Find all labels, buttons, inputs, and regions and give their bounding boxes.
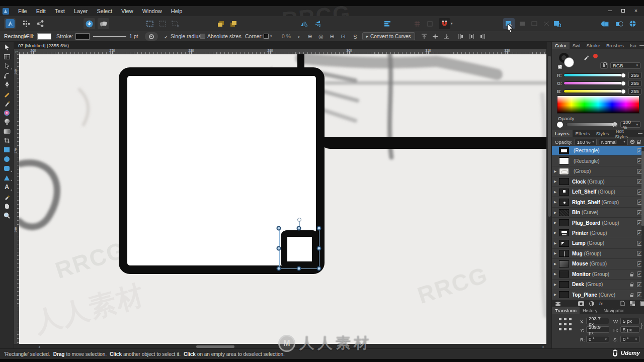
menu-help[interactable]: Help bbox=[167, 7, 187, 15]
selection-handle[interactable] bbox=[277, 246, 281, 251]
panel-menu-icon[interactable] bbox=[638, 132, 642, 135]
designer-persona-icon[interactable] bbox=[4, 18, 16, 29]
picked-color-swatch[interactable] bbox=[593, 54, 598, 58]
pixel-persona-icon[interactable] bbox=[20, 18, 32, 29]
rectangle-tool[interactable] bbox=[0, 145, 14, 155]
boolean-subtract-icon[interactable] bbox=[613, 18, 624, 29]
layer-lock-icon[interactable] bbox=[637, 142, 640, 144]
fill-tool[interactable] bbox=[0, 117, 14, 127]
view-hand-tool[interactable] bbox=[0, 201, 14, 211]
rotation-dropdown[interactable]: 0 °▾ bbox=[586, 336, 609, 342]
artboard[interactable]: RRCG RRCG RRCG 人人素材 人人素材 bbox=[19, 54, 546, 344]
tab-styles[interactable]: Styles bbox=[593, 130, 612, 137]
layer-stack-icon[interactable] bbox=[554, 301, 561, 306]
pen-tool[interactable] bbox=[0, 80, 14, 89]
boolean-divide-icon[interactable] bbox=[627, 18, 638, 29]
green-slider-thumb[interactable] bbox=[621, 81, 626, 86]
red-value-field[interactable]: 255 bbox=[628, 72, 641, 78]
blue-slider[interactable] bbox=[564, 89, 626, 93]
adjustment-layer-icon[interactable] bbox=[589, 301, 594, 306]
menu-window[interactable]: Window bbox=[138, 7, 167, 15]
transparency-tool[interactable] bbox=[0, 127, 14, 136]
minimize-button[interactable] bbox=[606, 7, 614, 14]
menu-text[interactable]: Text bbox=[50, 7, 69, 15]
space-right-icon[interactable] bbox=[477, 33, 488, 40]
expand-arrow-icon[interactable]: ▶ bbox=[554, 169, 559, 173]
space-center-icon[interactable] bbox=[466, 33, 476, 40]
color-spectrum[interactable] bbox=[557, 96, 639, 114]
boolean-add-icon[interactable] bbox=[599, 18, 610, 29]
fill-stroke-selector[interactable] bbox=[558, 53, 580, 71]
snap-candidates-icon[interactable] bbox=[424, 18, 436, 29]
expand-arrow-icon[interactable]: ▶ bbox=[554, 283, 559, 287]
corner-radius-value[interactable]: 0 % bbox=[282, 33, 291, 39]
marquee-transform-icon[interactable] bbox=[169, 18, 181, 29]
flip-horizontal-icon[interactable] bbox=[298, 18, 310, 29]
layer-row[interactable]: (Rectangle)✓ bbox=[552, 146, 644, 156]
node-tool[interactable] bbox=[0, 61, 14, 71]
selection-handle[interactable] bbox=[317, 246, 321, 251]
aspect-link-icon[interactable]: } bbox=[640, 322, 642, 329]
new-layer-icon[interactable] bbox=[620, 301, 625, 306]
lock-icon[interactable] bbox=[630, 295, 633, 297]
corner-type-dropdown[interactable]: ▾ bbox=[264, 33, 277, 40]
zoom-tool[interactable] bbox=[0, 211, 14, 220]
pencil-tool[interactable] bbox=[0, 89, 14, 99]
tab-iso[interactable]: Iso bbox=[627, 42, 639, 49]
blue-slider-thumb[interactable] bbox=[621, 89, 626, 94]
marquee-subtract-icon[interactable] bbox=[156, 18, 168, 29]
rounded-rectangle-tool[interactable] bbox=[0, 164, 14, 173]
opacity-swatch[interactable] bbox=[557, 122, 563, 128]
expand-arrow-icon[interactable]: ▶ bbox=[554, 262, 559, 266]
tab-effects[interactable]: Effects bbox=[573, 130, 593, 137]
menu-view[interactable]: View bbox=[117, 7, 138, 15]
layer-effects-fx-icon[interactable]: fx bbox=[599, 301, 603, 306]
align-middle-icon[interactable] bbox=[430, 33, 440, 40]
insert-on-top-icon[interactable] bbox=[516, 18, 528, 29]
snap-midpoints-icon[interactable]: ⊞ bbox=[327, 33, 337, 40]
layer-row[interactable]: ▶Monitor(Group)✓ bbox=[552, 269, 644, 280]
stroke-width-line[interactable] bbox=[93, 36, 126, 37]
layer-row[interactable]: ▶Desk(Group)✓ bbox=[552, 280, 644, 290]
expand-arrow-icon[interactable]: ▶ bbox=[554, 272, 559, 276]
selection-handle[interactable] bbox=[297, 266, 301, 271]
move-tool[interactable] bbox=[0, 43, 14, 52]
layer-row[interactable]: ▶Plug_Board(Group)✓ bbox=[552, 218, 644, 228]
layer-row[interactable]: ▶Printer(Group)✓ bbox=[552, 228, 644, 238]
tab-stroke[interactable]: Stroke bbox=[584, 42, 603, 49]
selection-handle[interactable] bbox=[277, 266, 281, 271]
layer-row[interactable]: ▶Mug(Group)✓ bbox=[552, 249, 644, 259]
tab-brushes[interactable]: Brushes bbox=[603, 42, 627, 49]
disable-snapping-icon[interactable]: S bbox=[350, 33, 360, 40]
stroke-swatch[interactable] bbox=[75, 33, 90, 40]
new-pixel-layer-icon[interactable] bbox=[630, 301, 635, 306]
y-field[interactable]: 289.9 px bbox=[586, 326, 609, 333]
tab-color[interactable]: Color bbox=[552, 42, 570, 49]
maximize-button[interactable] bbox=[619, 7, 627, 14]
expand-arrow-icon[interactable]: ▶ bbox=[554, 293, 559, 297]
panel-menu-icon[interactable] bbox=[639, 44, 642, 47]
space-left-icon[interactable] bbox=[455, 33, 465, 40]
stroke-options-button[interactable] bbox=[145, 32, 158, 41]
move-to-back-icon[interactable] bbox=[215, 18, 226, 29]
color-tool[interactable] bbox=[0, 108, 14, 118]
snap-to-center-icon[interactable]: ⊕ bbox=[305, 33, 315, 40]
layer-row[interactable]: ▶Top_Plane(Curve)✓ bbox=[552, 290, 644, 300]
styles-shapes-icon[interactable] bbox=[98, 18, 109, 29]
lock-icon[interactable] bbox=[630, 285, 633, 287]
vertical-scroll-thumb[interactable] bbox=[548, 56, 551, 217]
single-radius-checkbox[interactable]: ✓Single radius bbox=[164, 33, 201, 40]
corner-radius-dropdown-icon[interactable]: ▾ bbox=[298, 35, 300, 39]
opacity-slider[interactable] bbox=[566, 123, 617, 126]
fill-color-circle[interactable] bbox=[564, 57, 574, 67]
menu-file[interactable]: File bbox=[14, 7, 32, 15]
insert-inside-disabled-icon[interactable] bbox=[540, 18, 552, 29]
alignment-icon[interactable] bbox=[381, 18, 393, 29]
color-lock-button[interactable] bbox=[600, 62, 608, 69]
export-persona-icon[interactable] bbox=[34, 18, 46, 29]
x-field[interactable]: 293.7 px bbox=[586, 318, 609, 324]
vertical-scrollbar[interactable] bbox=[546, 42, 551, 344]
horizontal-scroll-thumb[interactable] bbox=[196, 345, 234, 348]
close-button[interactable]: × bbox=[632, 7, 640, 14]
anchor-point-selector[interactable] bbox=[559, 318, 572, 331]
